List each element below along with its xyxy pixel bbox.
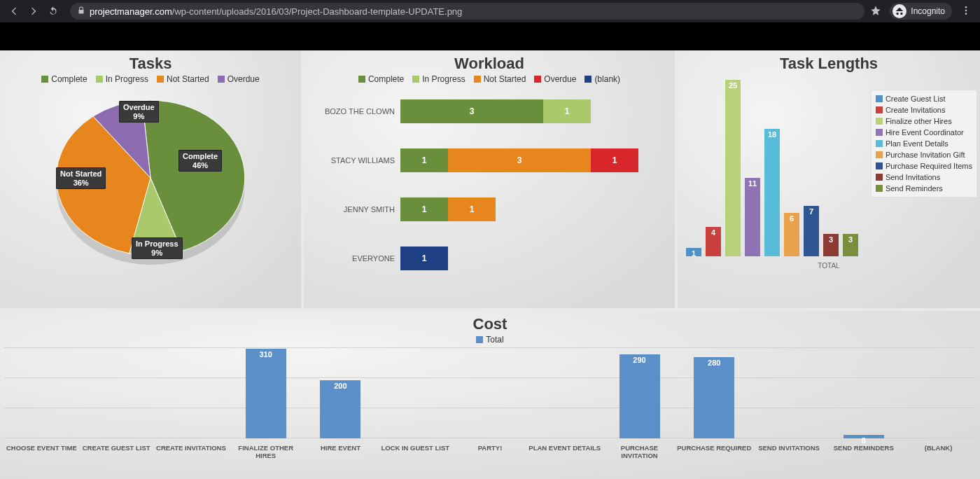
task-lengths-legend: Create Guest ListCreate InvitationsFinal… [871,90,977,197]
task-length-bar: 6 [784,213,799,256]
bar-segment: 1 [400,148,448,172]
cost-bar: 290 [602,347,677,438]
cost-category-label: PARTY! [453,440,528,459]
cost-chart: 310 200 290 280 8 CHOOSE EVENT TIMECR [4,347,976,459]
tasks-pie-chart: Complete46%In Progress9%Not Started36%Ov… [42,87,259,269]
cost-bar [79,347,154,438]
cost-category-label: (BLANK) [901,440,976,459]
legend-item: Purchase Required Items [876,160,972,172]
legend-item: Create Invitations [876,104,972,116]
cost-bar [154,347,229,438]
swatch-icon [474,76,481,83]
cost-category-label: FINALIZE OTHER HIRES [228,440,303,459]
forward-button[interactable] [25,3,42,20]
svg-point-1 [965,9,967,11]
panel-workload: Workload CompleteIn ProgressNot StartedO… [304,50,675,308]
panel-tasks: Tasks CompleteIn ProgressNot StartedOver… [0,50,301,308]
legend-item: Plan Event Details [876,138,972,149]
swatch-icon [876,95,883,102]
bar-segment: 3 [448,148,591,172]
cost-category-label: PURCHASE INVITATION [602,440,677,459]
cost-category-label: SEND INVITATIONS [752,440,827,459]
swatch-icon [876,118,883,125]
bar-segment: 1 [591,148,638,172]
cost-category-label: LOCK IN GUEST LIST [378,440,453,459]
workload-row-label: JENNY SMITH [311,205,400,214]
cost-bar: 280 [677,347,752,438]
swatch-icon [876,140,883,147]
tasks-title: Tasks [0,55,301,73]
task-length-bar: 18 [764,129,780,256]
cost-title: Cost [0,315,980,333]
workload-title: Workload [304,55,675,73]
cost-bar [527,347,602,438]
bookmark-star-icon[interactable] [870,5,881,18]
reload-button[interactable] [45,3,62,20]
swatch-icon [876,106,883,113]
cost-category-label: SEND REMINDERS [826,440,901,459]
url-path: /wp-content/uploads/2016/03/Project-Dash… [172,6,463,17]
legend-item: In Progress [412,74,465,84]
swatch-icon [358,76,365,83]
swatch-icon [876,162,883,169]
workload-row-label: BOZO THE CLOWN [311,107,400,116]
task-length-bar: 11 [745,178,760,256]
legend-item: Create Guest List [876,93,972,104]
task-length-bar: 3 [843,234,858,256]
pie-label: Complete46% [178,150,222,172]
legend-item: Purchase Invitation Gift [876,149,972,160]
workload-row: BOZO THE CLOWN 31 [311,87,661,136]
legend-item: Overdue [534,74,576,84]
cost-bar: 200 [303,347,378,438]
lock-icon [77,6,85,17]
legend-item: Not Started [157,74,209,84]
task-length-bar: 4 [706,227,721,256]
legend-item: Not Started [474,74,526,84]
legend-item: Send Reminders [876,183,972,194]
swatch-icon [584,76,592,83]
incognito-label: Incognito [911,6,945,16]
task-length-bar: 1 [686,248,701,256]
back-button[interactable] [6,3,22,20]
workload-row: STACY WILLIAMS 131 [311,136,661,185]
pie-label: Overdue9% [119,101,159,123]
incognito-icon [892,4,906,18]
swatch-icon [876,129,883,136]
workload-row-label: STACY WILLIAMS [311,156,400,165]
cost-category-label: HIRE EVENT [303,440,378,459]
legend-item: (blank) [584,74,620,84]
url-domain: projectmanager.com [90,6,172,17]
pie-label: Not Started36% [56,167,106,189]
cost-legend: Total [0,335,980,345]
swatch-icon [534,76,541,83]
task-length-bar: 7 [804,206,819,256]
swatch-icon [157,76,164,83]
cost-legend-label: Total [486,335,503,345]
bar-segment: 1 [400,197,448,221]
legend-item: In Progress [96,74,148,84]
workload-row: EVERYONE 1 [311,234,661,283]
incognito-chip[interactable]: Incognito [890,3,952,20]
legend-item: Send Invitations [876,172,972,183]
workload-row-label: EVERYONE [311,254,400,263]
bar-segment: 1 [448,197,496,221]
swatch-icon [218,76,225,83]
swatch-icon [876,174,883,181]
letterbox [0,22,980,50]
task-length-bar: 3 [823,234,839,256]
task-lengths-title: Task Lengths [678,55,980,73]
cost-bar: 310 [228,347,303,438]
bar-segment: 1 [400,247,448,270]
svg-point-2 [965,13,967,15]
workload-legend: CompleteIn ProgressNot StartedOverdue(bl… [304,74,675,84]
dashboard-image: Tasks CompleteIn ProgressNot StartedOver… [0,50,980,479]
cost-bar [752,347,827,438]
legend-item: Complete [358,74,404,84]
cost-bar: 8 [826,347,901,438]
browser-toolbar: projectmanager.com/wp-content/uploads/20… [0,0,980,22]
address-bar[interactable]: projectmanager.com/wp-content/uploads/20… [70,3,864,20]
swatch-icon [876,151,883,158]
legend-item: Complete [41,74,87,84]
menu-kebab-icon[interactable] [960,5,972,18]
cost-category-label: CREATE INVITATIONS [154,440,229,459]
